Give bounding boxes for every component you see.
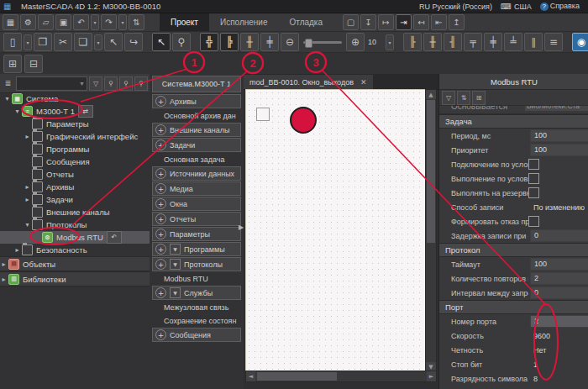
scroll-right-icon[interactable]: ► [427,371,436,381]
tree-expander[interactable]: ▸ [13,246,21,254]
zoom-slider-thumb[interactable] [305,39,312,48]
preview-visibility-icon[interactable]: ◉ [572,33,588,51]
tree-expander[interactable]: ▾ [13,108,21,115]
align-left-icon[interactable]: ╟ [403,33,422,51]
distribute-h-icon[interactable]: ∥ [524,33,543,51]
palette-item-задачи[interactable]: +Задачи [152,138,241,152]
scroll-up-icon[interactable]: ▲ [426,90,436,99]
save-icon[interactable]: ▣ [55,14,71,30]
paste-icon[interactable]: ▯ [3,33,22,51]
add-instance-icon[interactable]: + [155,96,166,107]
align-bottom-icon[interactable]: ╧ [504,33,522,51]
palette-item-сообщения[interactable]: +Сообщения [152,328,241,342]
ribbon-tab-исполнение[interactable]: Исполнение [209,13,279,31]
add-instance-icon[interactable]: + [155,329,166,340]
property-value[interactable]: 1 [530,360,588,369]
align-middle-icon[interactable]: ╪ [484,33,502,51]
palette-header[interactable]: Система.M3000-Т 1 [152,76,241,92]
palette-item-сохранение-состоян[interactable]: Сохранение состоян [152,314,241,327]
canvas-vertical-scrollbar[interactable]: ▲ ▼ [425,89,437,372]
grid-show-icon[interactable]: ╬ [200,33,218,51]
expand-dropdown-icon[interactable]: ▼ [170,259,181,270]
add-instance-icon[interactable]: + [155,259,166,270]
property-value[interactable]: 100 [530,144,588,156]
add-element-icon[interactable]: ⊞ [3,55,22,73]
tree-item-сообщения[interactable]: Сообщения [0,155,150,168]
tree-item-m3000-т-1[interactable]: ▾≡M3000-Т 1⇄ [0,105,150,118]
document-tab[interactable]: mod_BB-0010. Окно_выходов ✕ [244,75,373,89]
search-next-icon[interactable]: ⚲ [119,76,133,91]
canvas-horizontal-scrollbar[interactable]: ◄ ► [245,371,437,382]
palette-item-службы[interactable]: +▼Службы [152,286,241,300]
palette-item-modbus-rtu[interactable]: Modbus RTU [152,272,241,285]
property-value[interactable]: 100 [530,129,588,142]
property-value[interactable]: 2 [530,315,588,328]
add-instance-icon[interactable]: + [155,213,166,224]
open-project-icon[interactable]: ▱ [38,14,54,30]
expand-dropdown-icon[interactable]: ▼ [170,244,181,255]
zoom-in-icon[interactable]: ⊕ [346,33,365,51]
duplicate-icon[interactable]: ❏ [74,33,92,51]
duplicate-dropdown[interactable]: ▾ [94,34,102,50]
undo-icon[interactable]: ↶ [73,14,89,30]
tree-item-архивы[interactable]: ▸Архивы [0,181,150,193]
vscroll-thumb[interactable] [427,100,435,243]
cut-icon[interactable]: ✂ [54,33,72,51]
redo-icon[interactable]: ↷ [101,14,117,30]
import-export-icon[interactable]: ⇅ [129,14,144,30]
canvas-circle-element[interactable] [290,107,317,134]
canvas-square-element[interactable] [256,108,270,121]
help-button[interactable]: ?Справка [540,2,580,11]
tree-item-отчеты[interactable]: Отчеты [0,168,150,181]
window-canvas[interactable] [245,89,428,372]
add-node-icon[interactable]: ⊟ [24,55,43,73]
settings-icon[interactable]: ⚙ [20,14,36,30]
tree-item-внешние-каналы[interactable]: Внешние каналы [0,206,150,218]
paste-dropdown[interactable]: ▾ [24,34,32,50]
search-options-icon[interactable]: ⚲ [134,76,148,91]
property-value[interactable]: 0 [530,229,588,242]
link-icon[interactable]: ↪ [124,33,143,51]
palette-item-окна[interactable]: +Окна [152,197,241,211]
property-section-протокол[interactable]: Протокол [439,243,588,257]
tree-item-задачи[interactable]: ▸Задачи [0,193,150,206]
add-instance-icon[interactable]: + [155,229,166,239]
property-value[interactable]: 0 [530,286,588,299]
property-value[interactable]: 8 [530,375,588,383]
property-checkbox[interactable] [528,216,539,227]
zoom-slider[interactable] [303,41,342,44]
palette-item-протоколы[interactable]: +▼Протоколы [152,257,241,271]
dock-panel-icon[interactable]: ↥ [449,14,465,30]
zoom-tool-icon[interactable]: ⚲ [172,33,191,51]
select-cursor-icon[interactable]: ↖ [152,33,171,51]
expand-dropdown-icon[interactable]: ▼ [170,287,181,298]
palette-item-внешние-каналы[interactable]: +Внешние каналы [152,123,241,137]
tree-expander[interactable]: ▾ [3,95,11,103]
close-tab-icon[interactable]: ✕ [360,78,367,87]
explorer-search-combo[interactable]: ▼ [16,76,87,91]
frame-select-icon[interactable]: ▢ [343,14,359,30]
sort-props-icon[interactable]: ⇅ [457,91,470,105]
distribute-v-icon[interactable]: ≡ [544,33,563,51]
tree-expander[interactable]: ▸ [24,196,31,203]
tree-section-объекты[interactable]: ▸▤Объекты [0,256,150,271]
tree-item-modbus-rtu[interactable]: ⚙Modbus RTU↶ [0,231,150,244]
dock-down-icon[interactable]: ↧ [360,14,376,30]
dock-left-icon[interactable]: ↤ [413,14,429,30]
ribbon-tab-отладка[interactable]: Отладка [279,13,334,31]
select-copy-icon[interactable]: ↖ [104,33,123,51]
property-value[interactable]: Нет [530,346,588,355]
grid-style2-icon[interactable]: ╪ [260,33,279,51]
property-value[interactable]: 9600 [530,332,588,340]
filter-icon[interactable]: ▽ [89,76,102,91]
search-icon[interactable]: ⚲ [104,76,118,91]
tree-item-программы[interactable]: Программы [0,143,150,155]
library-panel-icon[interactable]: ▦ [3,14,18,30]
add-instance-icon[interactable]: + [155,198,166,209]
expand-all-icon[interactable]: ⊞ [472,91,486,105]
tree-expander[interactable]: ▾ [24,221,31,229]
add-instance-icon[interactable]: + [155,183,166,194]
tree-expander[interactable]: ▸ [0,260,8,268]
palette-item-медиа[interactable]: +Медиа [152,181,241,196]
property-value[interactable]: По изменению [530,203,588,212]
